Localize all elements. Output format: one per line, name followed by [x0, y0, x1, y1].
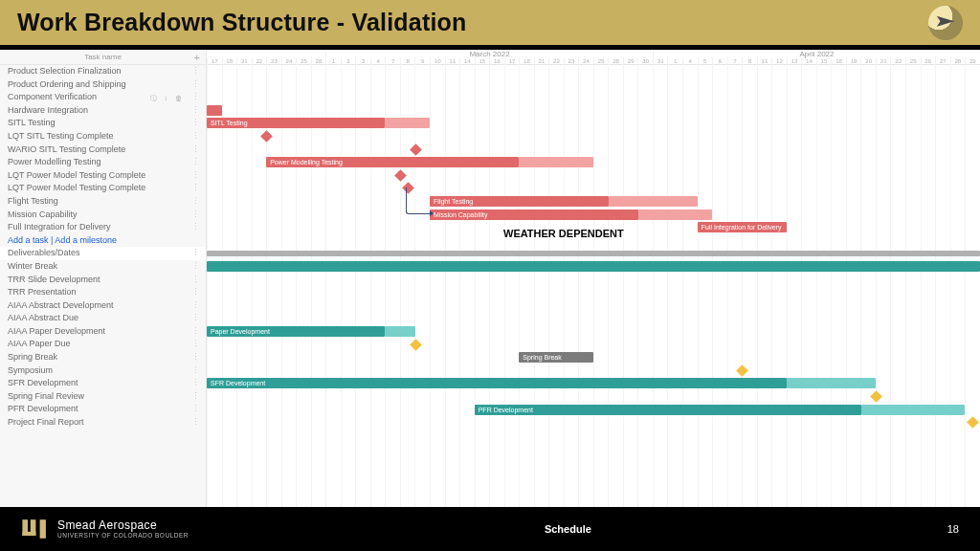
milestone-diamond[interactable]	[394, 169, 407, 182]
day-tick: 7	[385, 57, 400, 65]
day-tick: 29	[623, 57, 638, 65]
gantt-bar[interactable]	[207, 105, 222, 116]
gantt-bar[interactable]: Flight Testing	[430, 196, 608, 207]
gantt-bar-extension[interactable]	[385, 326, 414, 337]
task-row[interactable]: Product Selection Finalization	[0, 65, 206, 78]
day-tick: 17	[504, 57, 520, 65]
day-tick: 18	[519, 57, 534, 65]
gantt-bar[interactable]	[207, 261, 980, 272]
day-tick: 11	[757, 57, 772, 65]
task-row[interactable]: SFR Development	[0, 377, 206, 390]
day-tick: 14	[801, 57, 816, 65]
task-row[interactable]: TRR Slide Development	[0, 274, 206, 287]
gantt-bar[interactable]: Spring Break	[519, 352, 593, 363]
day-tick: 15	[816, 57, 832, 65]
task-row[interactable]: AIAA Paper Due	[0, 338, 206, 351]
day-tick: 25	[905, 57, 921, 65]
footer-brand: Smead Aerospace UNIVERSITY OF COLORADO B…	[21, 516, 189, 542]
task-row[interactable]: Project Final Report	[0, 416, 206, 430]
gantt-bar[interactable]: Paper Development	[207, 326, 385, 337]
gantt-bar-extension[interactable]	[787, 378, 876, 388]
day-tick: 4	[370, 57, 386, 65]
task-row[interactable]: Mission Capability	[0, 209, 206, 222]
gantt-bar-extension[interactable]	[638, 209, 713, 220]
gantt-bar[interactable]: Power Modelling Testing	[266, 157, 519, 167]
task-row[interactable]: LQT SITL Testing Complete	[0, 130, 206, 143]
task-row[interactable]: TRR Presentation	[0, 286, 206, 299]
page-number: 18	[947, 523, 959, 535]
gantt-bar[interactable]: Full Integration for Delivery	[698, 222, 787, 232]
task-row[interactable]: Flight Testing	[0, 195, 206, 209]
task-row[interactable]: PFR Development	[0, 403, 206, 416]
add-task-links[interactable]: Add a task | Add a milestone	[0, 234, 206, 248]
milestone-diamond[interactable]	[260, 130, 273, 143]
gantt-bar[interactable]	[207, 251, 980, 256]
dependency-line	[406, 187, 430, 214]
deliverables-header[interactable]: Deliverables/Dates	[0, 247, 206, 260]
task-row[interactable]: Symposium	[0, 364, 206, 378]
airplane-icon	[935, 12, 956, 33]
milestone-diamond[interactable]	[410, 339, 422, 351]
task-row[interactable]: Spring Break	[0, 351, 206, 364]
task-list-panel: Task name + Product Selection Finalizati…	[0, 50, 207, 507]
gantt-chart: March 2022 April 2022 171821222324252812…	[207, 50, 980, 507]
day-tick: 18	[222, 57, 237, 65]
svg-rect-2	[22, 532, 35, 536]
task-row[interactable]: AIAA Abstract Development	[0, 299, 206, 313]
task-row[interactable]: Spring Final Review	[0, 390, 206, 404]
day-tick: 24	[281, 57, 297, 65]
gantt-bar-extension[interactable]	[385, 118, 430, 128]
day-tick: 30	[637, 57, 653, 65]
milestone-diamond[interactable]	[737, 364, 749, 377]
gantt-bar-extension[interactable]	[519, 157, 593, 167]
task-row[interactable]: LQT Power Model Testing Complete	[0, 182, 206, 195]
task-list-header: Task name +	[0, 50, 206, 65]
milestone-diamond[interactable]	[410, 143, 422, 156]
day-tick: 17	[207, 57, 222, 65]
task-row[interactable]: SITL Testing	[0, 117, 206, 130]
day-tick: 26	[921, 57, 936, 65]
day-tick: 27	[935, 57, 950, 65]
task-row[interactable]: Hardware Integration	[0, 104, 206, 118]
day-tick: 6	[712, 57, 727, 65]
day-tick: 20	[860, 57, 876, 65]
milestone-diamond[interactable]	[870, 390, 882, 403]
day-tick: 21	[534, 57, 549, 65]
day-tick: 25	[593, 57, 609, 65]
slide-footer: Smead Aerospace UNIVERSITY OF COLORADO B…	[0, 507, 980, 551]
dependency-arrow	[430, 210, 434, 216]
gantt-bar[interactable]: Mission Capability	[430, 209, 638, 220]
gantt-bar[interactable]: PFR Development	[475, 405, 861, 415]
weather-annotation: WEATHER DEPENDENT	[503, 228, 624, 239]
day-tick: 21	[236, 57, 252, 65]
day-tick: 28	[311, 57, 326, 65]
day-tick: 18	[831, 57, 846, 65]
task-row[interactable]: AIAA Paper Development	[0, 325, 206, 339]
brand-line1: Smead Aerospace	[57, 519, 189, 532]
add-task-icon[interactable]: +	[194, 52, 200, 63]
day-tick: 22	[548, 57, 564, 65]
milestone-diamond[interactable]	[967, 416, 979, 429]
day-tick: 10	[430, 57, 445, 65]
task-row[interactable]: Winter Break	[0, 260, 206, 274]
day-tick: 31	[653, 57, 668, 65]
day-tick: 14	[459, 57, 475, 65]
gantt-bar[interactable]: SITL Testing	[207, 118, 385, 128]
gantt-bar-extension[interactable]	[609, 196, 698, 207]
row-action-icons[interactable]: ⓘ ↕ 🗑	[150, 92, 185, 104]
day-tick: 21	[876, 57, 891, 65]
task-row[interactable]: Power Modelling Testing	[0, 156, 206, 169]
task-row[interactable]: LQT Power Model Testing Complete	[0, 169, 206, 183]
task-row[interactable]: AIAA Abstract Due	[0, 312, 206, 325]
task-row[interactable]: Full Integration for Delivery	[0, 221, 206, 234]
gantt-bar-extension[interactable]	[861, 405, 966, 415]
gantt-bars-layer: SITL TestingPower Modelling TestingFligh…	[207, 65, 980, 507]
day-tick: 5	[698, 57, 713, 65]
task-row[interactable]: Component Verificationⓘ ↕ 🗑	[0, 91, 206, 104]
task-row[interactable]: WARIO SITL Testing Complete	[0, 143, 206, 157]
task-row[interactable]: Product Ordering and Shipping	[0, 78, 206, 92]
gantt-container: Task name + Product Selection Finalizati…	[0, 50, 980, 507]
day-tick: 9	[414, 57, 430, 65]
day-tick: 28	[608, 57, 623, 65]
gantt-bar[interactable]: SFR Development	[207, 378, 787, 388]
